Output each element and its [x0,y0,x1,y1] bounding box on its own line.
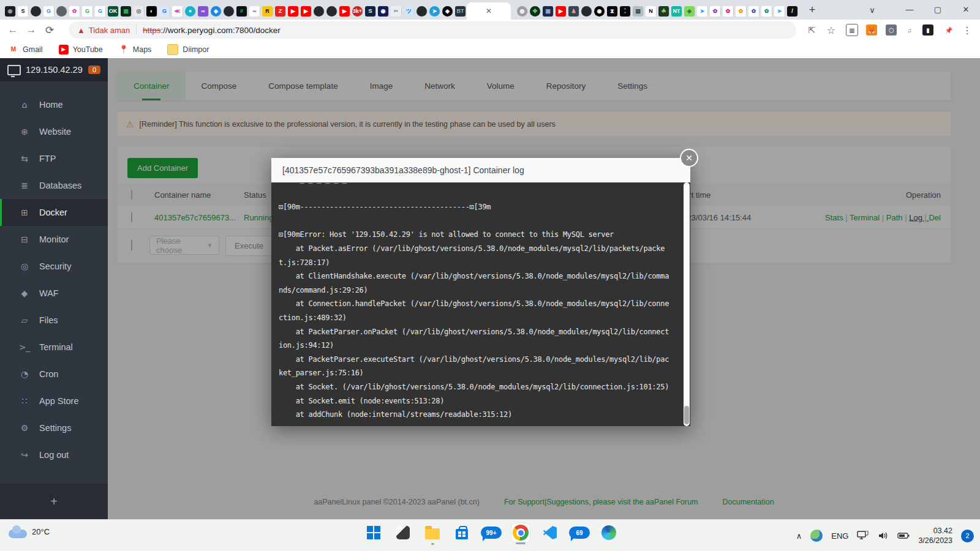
browser-tab-favicon[interactable]: R [262,6,273,17]
microsoft-store-icon[interactable] [453,523,471,542]
extension-pin-icon[interactable]: 📌 [941,23,957,37]
share-icon[interactable]: ⇱ [804,23,820,37]
browser-tab-favicon[interactable]: ♟ [568,6,579,17]
browser-tab-favicon[interactable]: ➤ [429,6,440,17]
sidebar-item-waf[interactable]: ◆WAF [0,280,108,307]
sidebar-item-home[interactable]: ⌂Home [0,91,108,118]
chrome-icon[interactable] [511,523,530,542]
new-tab-button[interactable]: + [804,1,821,18]
browser-tab-favicon[interactable]: ◐ [146,6,157,17]
browser-tab-favicon[interactable]: G [95,6,105,17]
back-button[interactable]: ← [4,21,22,39]
bookmark-imported-folder[interactable]: Diimpor [167,44,209,55]
chat-badge-icon[interactable]: 99+ [482,523,500,542]
browser-tab-favicon[interactable]: G [159,6,170,17]
extension-qr-icon[interactable]: ▦ [844,23,860,37]
bookmark-gmail[interactable]: M Gmail [9,45,43,54]
browser-tab-favicon[interactable]: ∞ [198,6,208,17]
browser-tab-favicon[interactable]: 3k+ [352,6,363,17]
browser-tab-favicon[interactable] [417,6,427,17]
browser-tab-favicon[interactable]: ∞ [249,6,260,17]
tab-search-chevron-icon[interactable]: ∨ [864,2,881,17]
browser-tab-favicon[interactable]: ▶ [301,6,311,17]
browser-tab-favicon[interactable]: N [646,6,656,17]
browser-tab-favicon[interactable] [31,6,41,17]
chat-badge-icon-2[interactable]: 69 [570,523,589,542]
file-explorer-icon[interactable] [423,523,442,542]
browser-tab-favicon[interactable]: ➤ [774,6,785,17]
browser-tab-favicon[interactable]: BT [455,6,466,17]
browser-tab-favicon[interactable]: ✿ [748,6,759,17]
browser-tab-favicon[interactable]: ✿ [736,6,746,17]
sidebar-item-terminal[interactable]: >_Terminal [0,334,108,361]
browser-tab-favicon[interactable]: ▦ [543,6,553,17]
not-secure-label[interactable]: Tidak aman [89,26,130,35]
browser-tab-favicon[interactable]: ✿ [761,6,772,17]
browser-tab-favicon[interactable]: ◍ [517,6,527,17]
browser-tab-favicon[interactable]: Z [275,6,285,17]
browser-tab-favicon[interactable]: ⁚ [620,6,630,17]
maximize-button[interactable]: ▢ [924,0,952,18]
log-scrollbar-thumb[interactable] [684,406,689,424]
sidebar-item-monitor[interactable]: ⊟Monitor [0,226,108,253]
tab-close-icon[interactable]: ✕ [483,6,494,17]
sidebar-item-ftp[interactable]: ⇆FTP [0,145,108,172]
active-browser-tab[interactable]: ✕ [467,2,511,20]
sidebar-item-security[interactable]: ◎Security [0,253,108,280]
browser-tab-favicon[interactable] [314,6,324,17]
browser-tab-favicon[interactable]: ▤ [633,6,643,17]
sidebar-item-settings[interactable]: ⚙Settings [0,414,108,441]
browser-tab-favicon[interactable]: OK [108,6,118,17]
browser-tab-favicon[interactable] [581,6,592,17]
weather-widget[interactable]: 20°C [9,525,50,538]
log-scrollbar[interactable] [684,182,690,426]
search-button[interactable] [394,523,412,542]
browser-tab-favicon[interactable]: NT [671,6,682,17]
address-bar[interactable]: ▲ Tidak aman https ://work.peryogi.com:7… [69,21,796,39]
edge-icon[interactable] [600,523,618,542]
sidebar-item-log-out[interactable]: ↪Log out [0,441,108,468]
browser-menu-icon[interactable]: ⋮ [959,23,975,37]
clock[interactable]: 03.42 3/26/2023 [918,526,952,546]
log-output[interactable]: ⊡[90m_ _ _ _ _ _⊡[39m⊡[90m--------------… [271,182,690,426]
forward-button[interactable]: → [22,21,40,39]
browser-tab-favicon[interactable]: G [43,6,54,17]
bookmark-star-icon[interactable]: ☆ [823,23,839,37]
browser-tab-favicon[interactable]: ● [185,6,195,17]
browser-tab-favicon[interactable]: G [82,6,92,17]
browser-tab-favicon[interactable]: ▶ [288,6,298,17]
browser-tab-favicon[interactable] [326,6,337,17]
tray-chevron-icon[interactable]: ∧ [796,531,802,541]
browser-tab-favicon[interactable]: ✿ [723,6,733,17]
browser-tab-favicon[interactable]: ◎ [134,6,144,17]
browser-tab-favicon[interactable]: ✿ [69,6,80,17]
network-icon[interactable] [857,531,869,541]
language-indicator[interactable]: ENG [831,531,848,541]
browser-tab-favicon[interactable]: ✂ [391,6,401,17]
sidebar-item-website[interactable]: ⊕Website [0,118,108,145]
minimize-button[interactable]: — [895,0,924,18]
sidebar-add-button[interactable]: + [0,484,108,519]
sidebar-item-databases[interactable]: ≣Databases [0,172,108,199]
browser-tab-favicon[interactable]: ツ [404,6,414,17]
idm-tray-icon[interactable] [810,530,823,542]
metamask-extension-icon[interactable]: 🦊 [864,23,880,37]
extension-dark-icon[interactable]: ▮ [920,23,936,37]
server-header[interactable]: 129.150.42.29 0 [0,58,108,81]
browser-tab-favicon[interactable]: ◉ [594,6,605,17]
browser-tab-favicon[interactable]: ◆ [684,6,695,17]
browser-tab-favicon[interactable]: S [365,6,375,17]
not-secure-icon[interactable]: ▲ [77,26,85,35]
sidebar-item-cron[interactable]: ◔Cron [0,361,108,388]
volume-icon[interactable] [878,531,889,541]
extension-puzzle-icon[interactable]: ⬡ [883,23,899,37]
browser-tab-favicon[interactable]: ◆ [211,6,221,17]
browser-tab-favicon[interactable]: ⧗ [607,6,617,17]
notification-badge[interactable]: 2 [961,530,974,542]
message-count-badge[interactable]: 0 [88,66,100,74]
bookmark-maps[interactable]: 📍 Maps [119,45,152,54]
browser-tab-favicon[interactable]: ▶ [339,6,350,17]
browser-tab-favicon[interactable]: ≪ [172,6,183,17]
browser-tab-favicon[interactable]: ➤ [697,6,707,17]
vscode-icon[interactable] [541,523,559,542]
